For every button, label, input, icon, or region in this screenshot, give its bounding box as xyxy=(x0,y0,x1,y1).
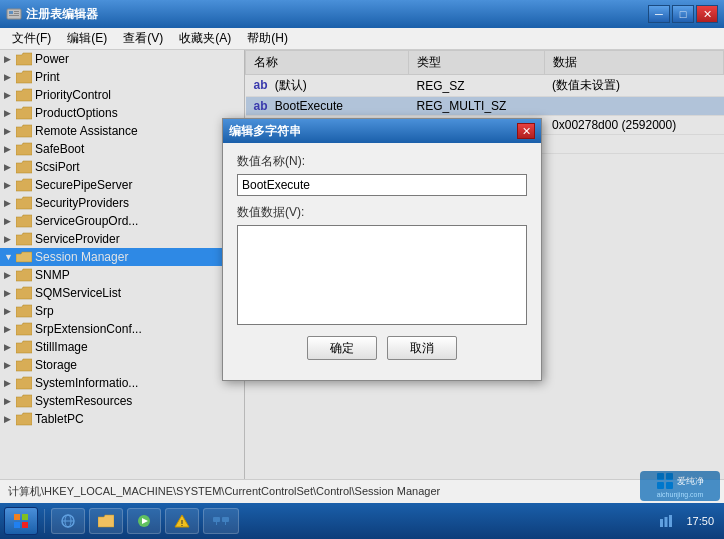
menu-favorites[interactable]: 收藏夹(A) xyxy=(171,28,239,49)
dialog-title: 编辑多字符串 xyxy=(229,123,517,140)
watermark-url: aichunjing.com xyxy=(656,490,704,499)
svg-rect-23 xyxy=(669,515,672,527)
svg-rect-1 xyxy=(9,11,13,14)
windows-icon xyxy=(13,513,29,529)
value-name-input[interactable] xyxy=(237,174,527,196)
svg-rect-2 xyxy=(14,11,19,12)
ie-icon xyxy=(60,513,76,529)
network-icon xyxy=(212,513,230,529)
media-icon xyxy=(136,513,152,529)
svg-rect-16 xyxy=(182,525,183,526)
svg-rect-7 xyxy=(14,522,20,528)
taskbar-ie-button[interactable] xyxy=(51,508,85,534)
svg-rect-17 xyxy=(213,517,220,522)
status-bar: 计算机\HKEY_LOCAL_MACHINE\SYSTEM\CurrentCon… xyxy=(0,479,724,503)
menu-view[interactable]: 查看(V) xyxy=(115,28,171,49)
taskbar-separator xyxy=(44,509,45,533)
value-data-label: 数值数据(V): xyxy=(237,204,527,221)
maximize-button[interactable]: □ xyxy=(672,5,694,23)
menu-bar: 文件(F) 编辑(E) 查看(V) 收藏夹(A) 帮助(H) xyxy=(0,28,724,50)
taskbar-media-button[interactable] xyxy=(127,508,161,534)
taskbar-alert-button[interactable] xyxy=(165,508,199,534)
svg-rect-26 xyxy=(657,482,664,489)
taskbar: 17:50 xyxy=(0,503,724,539)
window-controls: ─ □ ✕ xyxy=(648,5,718,23)
taskbar-right: 17:50 xyxy=(656,511,720,531)
folder-taskbar-icon xyxy=(98,514,114,528)
dialog-close-button[interactable]: ✕ xyxy=(517,123,535,139)
svg-rect-6 xyxy=(22,514,28,520)
tray-network-icon xyxy=(656,511,676,531)
ok-button[interactable]: 确定 xyxy=(307,336,377,360)
svg-rect-18 xyxy=(222,517,229,522)
regedit-icon xyxy=(6,6,22,22)
status-path: 计算机\HKEY_LOCAL_MACHINE\SYSTEM\CurrentCon… xyxy=(8,484,440,499)
taskbar-clock: 17:50 xyxy=(680,515,720,527)
menu-file[interactable]: 文件(F) xyxy=(4,28,59,49)
taskbar-network-button[interactable] xyxy=(203,508,239,534)
menu-help[interactable]: 帮助(H) xyxy=(239,28,296,49)
taskbar-folder-button[interactable] xyxy=(89,508,123,534)
cancel-button[interactable]: 取消 xyxy=(387,336,457,360)
title-bar: 注册表编辑器 ─ □ ✕ xyxy=(0,0,724,28)
edit-dialog: 编辑多字符串 ✕ 数值名称(N): 数值数据(V): 确定 取消 xyxy=(222,118,542,381)
minimize-button[interactable]: ─ xyxy=(648,5,670,23)
dialog-content: 数值名称(N): 数值数据(V): 确定 取消 xyxy=(223,143,541,380)
window-title: 注册表编辑器 xyxy=(26,6,648,23)
svg-rect-3 xyxy=(14,13,19,14)
value-data-textarea[interactable] xyxy=(237,225,527,325)
value-name-label: 数值名称(N): xyxy=(237,153,527,170)
alert-icon xyxy=(174,513,190,529)
svg-rect-8 xyxy=(22,522,28,528)
svg-rect-27 xyxy=(666,482,673,489)
close-button[interactable]: ✕ xyxy=(696,5,718,23)
dialog-title-bar: 编辑多字符串 ✕ xyxy=(223,119,541,143)
start-button[interactable] xyxy=(4,507,38,535)
svg-rect-5 xyxy=(14,514,20,520)
svg-rect-22 xyxy=(665,517,668,527)
modal-overlay: 编辑多字符串 ✕ 数值名称(N): 数值数据(V): 确定 取消 xyxy=(0,50,724,479)
svg-rect-21 xyxy=(660,519,663,527)
menu-edit[interactable]: 编辑(E) xyxy=(59,28,115,49)
svg-rect-4 xyxy=(9,15,19,16)
dialog-buttons: 确定 取消 xyxy=(237,328,527,370)
svg-rect-15 xyxy=(182,520,183,524)
